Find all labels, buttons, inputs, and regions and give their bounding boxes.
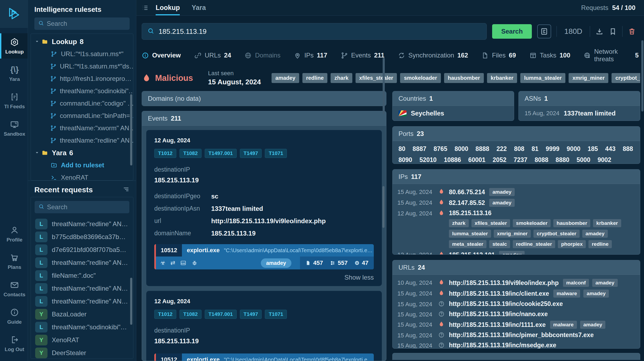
tree-item[interactable]: threatName:"xworm" AN… (31, 122, 133, 134)
caret-down-icon[interactable] (35, 149, 40, 157)
malware-tag[interactable]: amadey (489, 199, 515, 207)
ip-value[interactable]: 82.147.85.52 (449, 199, 485, 207)
malware-tag[interactable]: phorpiex (558, 240, 586, 248)
recent-request-item[interactable]: L threatName:"redline" AN… (31, 256, 133, 269)
url-value[interactable]: http://185.215.113.19/vi9leo/index.php (449, 279, 559, 287)
malware-tag[interactable]: zhark (331, 73, 352, 83)
url-row[interactable]: 10 Aug, 2024 http://185.215.113.19/vi9le… (397, 277, 635, 288)
url-row[interactable]: 15 Aug, 2024 http://185.215.113.19/inc/n… (397, 309, 635, 319)
malware-tag[interactable]: cryptbot_stealer (533, 230, 580, 238)
malware-tag[interactable]: amadey (583, 290, 609, 298)
port-value[interactable]: 185 (588, 145, 598, 153)
trash-icon[interactable] (628, 27, 636, 35)
port-value[interactable]: 7237 (514, 156, 527, 164)
url-value[interactable]: http://185.215.113.19/inc/pimer_bbbconte… (449, 331, 594, 339)
port-value[interactable]: 9000 (567, 145, 580, 153)
ip-row[interactable]: 12 Aug, 2024 185.215.113.101 amadey (397, 250, 635, 255)
process-count[interactable]: 457 (305, 259, 323, 266)
malware-tag[interactable]: xmrig_miner (569, 73, 608, 83)
recent-request-item[interactable]: L threatName:"sodinokibi"… (31, 321, 133, 334)
filter-icon[interactable] (123, 186, 130, 194)
port-value[interactable]: 808 (514, 145, 524, 153)
malware-tag[interactable]: xfiles_stealer (471, 219, 510, 227)
technique-chip[interactable]: T1071 (265, 149, 287, 158)
ip-value[interactable]: 185.215.113.101 (449, 251, 495, 255)
malware-tag[interactable]: redline_stealer (513, 240, 555, 248)
malware-tag[interactable]: zhark (449, 219, 469, 227)
recent-request-item[interactable]: L b775cd8be83696ca37b… (31, 230, 133, 243)
malware-tag[interactable]: xfiles_stealer (356, 73, 397, 83)
tree-item[interactable]: Add to ruleset (31, 159, 133, 171)
malware-tag[interactable]: krbanker (487, 73, 517, 83)
port-value[interactable]: 8888 (475, 145, 489, 153)
search-button[interactable]: Search (492, 24, 532, 39)
url-value[interactable]: http://185.215.113.19/inc/1111.exe (449, 321, 546, 328)
result-tab[interactable]: Domains (244, 52, 280, 59)
technique-chip[interactable]: T1497 (240, 149, 262, 158)
rulesets-search-input[interactable] (47, 20, 126, 27)
ip-value[interactable]: 80.66.75.214 (449, 189, 485, 196)
mode-tab[interactable]: Yara (192, 0, 206, 15)
url-value[interactable]: http://185.215.113.19/inc/nano.exe (449, 311, 548, 318)
recent-search[interactable] (35, 201, 129, 213)
search-input[interactable] (159, 27, 481, 36)
port-value[interactable]: 10886 (444, 156, 461, 164)
app-logo[interactable] (0, 0, 28, 28)
process-row[interactable]: 10512 explorti.exe "C:\Users\admin\AppDa… (154, 244, 374, 269)
scrollbar-thumb[interactable] (382, 186, 385, 228)
technique-chip[interactable]: T1497 (240, 310, 262, 319)
ip-row[interactable]: 15 Aug, 2024 80.66.75.214 amadey (397, 187, 635, 197)
malware-tag[interactable]: amadey (592, 279, 618, 287)
malware-tag[interactable]: redline (302, 73, 328, 83)
malware-tag[interactable]: amadey (489, 188, 515, 196)
tree-item[interactable]: threatName:"sodinokibi"… (31, 85, 133, 97)
ip-row[interactable]: 12 Aug, 2024 185.215.113.16 (397, 208, 635, 250)
malware-tag[interactable]: hausbomber (553, 219, 590, 227)
main-search[interactable] (142, 23, 487, 40)
recent-request-item[interactable]: Y XenoRAT (31, 334, 133, 346)
technique-chip[interactable]: T1497.001 (205, 310, 237, 319)
tree-item[interactable]: URL:"*l1s.saturn.ms*"ds… (31, 60, 133, 73)
technique-chip[interactable]: T1497.001 (205, 149, 237, 158)
port-value[interactable]: 9999 (546, 145, 559, 153)
malware-tag[interactable]: smokeloader (400, 73, 441, 83)
rail-nav-item[interactable]: Contacts (0, 276, 28, 301)
rail-nav-item[interactable]: TI Feeds (0, 88, 28, 113)
scrollbar-thumb[interactable] (130, 94, 132, 165)
malware-tag[interactable]: krbanker (593, 219, 621, 227)
technique-chip[interactable]: T1082 (180, 149, 202, 158)
tree-item[interactable]: commandLine:"binPath=… (31, 110, 133, 122)
result-tab[interactable]: Events 211 (341, 52, 385, 59)
recent-request-item[interactable]: L threatName:"redline" AN… (31, 282, 133, 295)
port-value[interactable]: 8090 (398, 156, 412, 164)
url-row[interactable]: 15 Aug, 2024 http://185.215.113.19/inc/c… (397, 299, 635, 309)
recent-request-item[interactable]: Y DeerStealer (31, 346, 133, 359)
process-malware-tag[interactable]: amadey (261, 258, 292, 268)
malware-tag[interactable]: cryptbot_stealer (612, 73, 640, 83)
port-value[interactable]: 5000 (577, 156, 590, 164)
bookmark-icon[interactable] (609, 27, 617, 35)
url-value[interactable]: http://185.215.113.19/inc/client.exe (449, 290, 549, 297)
malware-tag[interactable]: lumma_stealer (520, 73, 565, 83)
tree-item[interactable]: Lookup 8 (31, 35, 133, 48)
technique-chip[interactable]: T1071 (265, 310, 287, 319)
malware-tag[interactable]: stealc (489, 240, 510, 248)
port-value[interactable]: 81 (532, 145, 539, 153)
rail-nav-item[interactable]: Guide (0, 304, 28, 329)
tree-item[interactable]: http://fresh1.ironorepro… (31, 73, 133, 85)
rail-nav-item[interactable]: Log Out (0, 331, 28, 356)
result-tab[interactable]: Tasks 100 (529, 52, 570, 59)
malware-tag[interactable]: lumma_stealer (449, 230, 491, 238)
port-value[interactable]: 52010 (419, 156, 437, 164)
recent-request-item[interactable]: L fileName:".doc" (31, 269, 133, 282)
url-value[interactable]: http://185.215.113.19/inc/cookie250.exe (449, 300, 563, 308)
recent-search-input[interactable] (47, 203, 126, 211)
technique-chip[interactable]: T1082 (180, 310, 202, 319)
malware-tag[interactable]: malware (550, 321, 577, 329)
rail-nav-item[interactable]: {\} Yara (0, 61, 28, 86)
process-count[interactable]: 557 (330, 259, 348, 266)
port-value[interactable]: 8000 (455, 145, 468, 153)
port-value[interactable]: 8887 (413, 145, 426, 153)
country-row[interactable]: Seychelles (393, 106, 514, 121)
port-value[interactable]: 8088 (535, 156, 548, 164)
